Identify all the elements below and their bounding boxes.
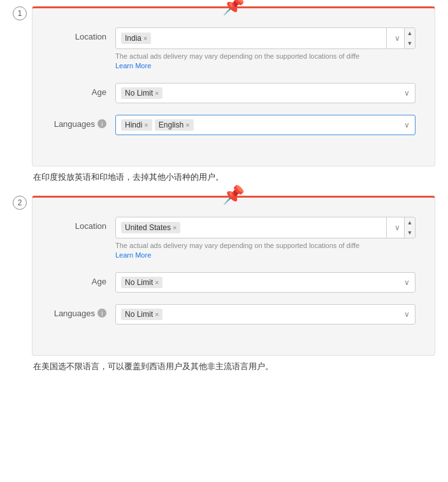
location-label-2: Location <box>52 217 115 231</box>
location-hint-1: The actual ads delivery may vary dependi… <box>115 52 415 71</box>
lang-nolimit-tag: No Limit × <box>121 309 163 320</box>
remove-india-icon[interactable]: × <box>143 34 147 42</box>
age-row-1: Age No Limit × ∨ <box>52 83 415 103</box>
age-tags-2: No Limit × <box>121 277 400 288</box>
languages-field-2: No Limit × ∨ <box>115 304 415 325</box>
learn-more-link-1[interactable]: Learn More <box>115 62 151 69</box>
location-chevron-2: ∨ <box>391 223 404 232</box>
languages-select-2[interactable]: No Limit × ∨ <box>115 304 415 325</box>
languages-label-2: Languages i <box>52 304 115 318</box>
step-number-2: 2 <box>13 196 27 210</box>
age-chevron-2: ∨ <box>404 278 410 287</box>
location-tag-india: India × <box>121 33 151 44</box>
remove-us-icon[interactable]: × <box>173 224 177 231</box>
step-number-1: 1 <box>13 6 27 20</box>
location-select-1[interactable]: India × ∨ ▲ ▼ <box>115 27 415 49</box>
languages-chevron-1: ∨ <box>404 120 410 129</box>
languages-field-1: Hindi × English × ∨ <box>115 115 415 135</box>
languages-row-1: Languages i Hindi × English <box>52 115 415 135</box>
card-2: 📌 Location United States × ∨ <box>32 196 435 356</box>
card-1: 📌 Location India × ∨ <box>32 6 435 166</box>
section-2: 2 📌 Location United States × <box>13 196 435 372</box>
age-label-2: Age <box>52 272 115 286</box>
age-tags-1: No Limit × <box>121 87 400 99</box>
remove-lang-icon-2[interactable]: × <box>155 310 159 318</box>
caption-2: 在美国选不限语言，可以覆盖到西语用户及其他非主流语言用户。 <box>32 361 435 372</box>
remove-age-icon-2[interactable]: × <box>155 279 159 286</box>
remove-age-icon-1[interactable]: × <box>155 89 159 97</box>
languages-tags-2: No Limit × <box>121 309 400 320</box>
caption-1: 在印度投放英语和印地语，去掉其他小语种的用户。 <box>32 172 435 183</box>
languages-info-icon-1[interactable]: i <box>98 119 106 128</box>
age-select-1[interactable]: No Limit × ∨ <box>115 83 415 103</box>
age-select-2[interactable]: No Limit × ∨ <box>115 272 415 293</box>
languages-info-icon-2[interactable]: i <box>98 309 106 318</box>
remove-english-icon[interactable]: × <box>185 121 189 129</box>
spinner-down-1[interactable]: ▼ <box>405 38 415 48</box>
location-field-2: United States × ∨ ▲ ▼ The ac <box>115 217 415 261</box>
age-tag-1: No Limit × <box>121 87 163 99</box>
location-label-1: Location <box>52 27 115 41</box>
card-inner-2: Location United States × ∨ <box>33 198 435 342</box>
age-label-1: Age <box>52 83 115 97</box>
location-select-2[interactable]: United States × ∨ ▲ ▼ <box>115 217 415 238</box>
location-tags-area-1: India × <box>116 28 386 48</box>
remove-hindi-icon[interactable]: × <box>144 121 148 129</box>
english-tag: English × <box>155 119 194 131</box>
languages-tags-1: Hindi × English × <box>121 119 400 131</box>
pin-icon-2: 📌 <box>222 186 245 204</box>
spinner-up-1[interactable]: ▲ <box>405 28 415 38</box>
languages-label-1: Languages i <box>52 115 115 129</box>
location-chevron-1: ∨ <box>391 34 404 43</box>
location-row-1: Location India × ∨ ▲ <box>52 27 415 71</box>
languages-select-1[interactable]: Hindi × English × ∨ <box>115 115 415 135</box>
card-inner-1: Location India × ∨ ▲ <box>33 8 435 153</box>
location-tags-area-2: United States × <box>116 217 386 238</box>
location-tag-us: United States × <box>121 222 180 233</box>
learn-more-link-2[interactable]: Learn More <box>115 251 151 259</box>
spinner-up-2[interactable]: ▲ <box>405 217 415 228</box>
location-field-1: India × ∨ ▲ ▼ The actual ads <box>115 27 415 71</box>
hindi-tag: Hindi × <box>121 119 152 131</box>
section-1: 1 📌 Location India × ∨ <box>13 6 435 183</box>
pin-icon-1: 📌 <box>222 0 245 15</box>
age-tag-2: No Limit × <box>121 277 163 288</box>
age-field-2: No Limit × ∨ <box>115 272 415 293</box>
languages-row-2: Languages i No Limit × ∨ <box>52 304 415 325</box>
age-field-1: No Limit × ∨ <box>115 83 415 103</box>
location-hint-2: The actual ads delivery may vary dependi… <box>115 241 415 261</box>
age-row-2: Age No Limit × ∨ <box>52 272 415 293</box>
languages-chevron-2: ∨ <box>404 310 410 319</box>
location-row-2: Location United States × ∨ <box>52 217 415 261</box>
spinner-down-2[interactable]: ▼ <box>405 228 415 238</box>
age-chevron-1: ∨ <box>404 89 410 98</box>
